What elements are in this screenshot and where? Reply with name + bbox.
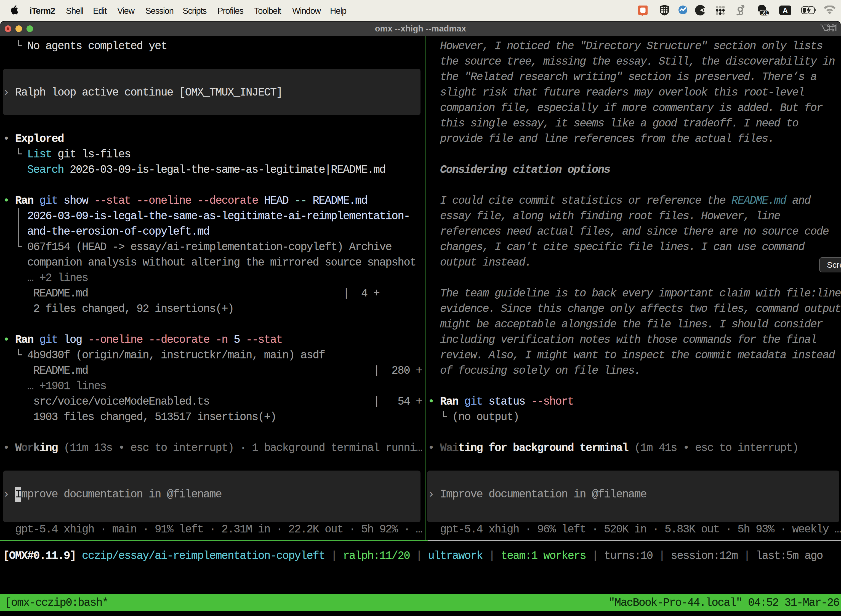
svg-text:..61: ..61 bbox=[761, 11, 768, 15]
svg-text:A: A bbox=[783, 6, 788, 15]
